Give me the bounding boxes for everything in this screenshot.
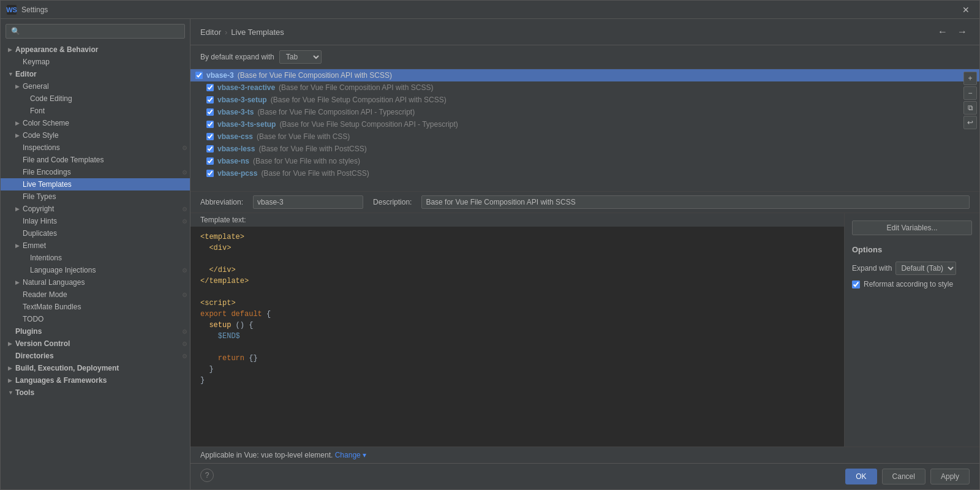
template-desc-8: (Base for Vue File with PostCSS) xyxy=(261,169,369,178)
sidebar-item-emmet[interactable]: ▶ Emmet xyxy=(1,239,190,252)
window-title: Settings xyxy=(21,6,959,14)
sidebar-item-copyright[interactable]: ▶ Copyright ⚙ xyxy=(1,203,190,215)
template-item-8[interactable]: vbase-pcss (Base for Vue File with PostC… xyxy=(190,167,979,179)
sidebar-item-inspections[interactable]: Inspections ⚙ xyxy=(1,141,190,154)
sidebar-item-tools[interactable]: ▼ Tools xyxy=(1,386,190,399)
undo-template-button[interactable]: ↩ xyxy=(963,116,977,129)
sidebar-item-natural-languages[interactable]: ▶ Natural Languages xyxy=(1,276,190,288)
template-item-4[interactable]: vbase-3-ts-setup (Base for Vue File Setu… xyxy=(190,118,979,130)
template-checkbox-5[interactable] xyxy=(206,133,214,140)
arrow-icon: ▶ xyxy=(8,377,15,383)
help-button[interactable]: ? xyxy=(200,469,214,482)
sidebar-item-general[interactable]: ▶ General xyxy=(1,80,190,92)
ok-button[interactable]: OK xyxy=(845,469,876,484)
reformat-checkbox[interactable] xyxy=(852,281,860,288)
code-line-3: </div> xyxy=(200,265,834,276)
template-text-label: Template text: xyxy=(190,213,844,227)
sidebar-item-color-scheme[interactable]: ▶ Color Scheme xyxy=(1,117,190,129)
description-label: Description: xyxy=(373,198,412,206)
template-item-3[interactable]: vbase-3-ts (Base for Vue File Compositio… xyxy=(190,106,979,118)
sidebar-item-duplicates[interactable]: Duplicates xyxy=(1,227,190,239)
add-template-button[interactable]: + xyxy=(963,72,977,85)
code-line-7: export default { xyxy=(200,309,834,320)
template-checkbox-0[interactable] xyxy=(195,72,203,79)
sidebar-item-label: Directories xyxy=(15,352,54,360)
sidebar-item-editor[interactable]: ▼ Editor xyxy=(1,68,190,80)
sidebar-item-code-style[interactable]: ▶ Code Style xyxy=(1,129,190,141)
template-item-7[interactable]: vbase-ns (Base for Vue File with no styl… xyxy=(190,155,979,167)
sidebar-item-directories[interactable]: Directories ⚙ xyxy=(1,350,190,362)
code-editor[interactable]: <template> <div> </div> </template> <scr… xyxy=(190,227,844,447)
sidebar-item-label: Build, Execution, Deployment xyxy=(15,364,119,372)
sidebar-item-label: Tools xyxy=(15,388,34,397)
gear-icon: ⚙ xyxy=(182,206,187,213)
expand-with-option-select[interactable]: Default (Tab) Tab Enter Space xyxy=(895,262,956,275)
sidebar-item-inlay-hints[interactable]: Inlay Hints ⚙ xyxy=(1,215,190,227)
template-desc-0: (Base for Vue File Composition API with … xyxy=(238,71,392,80)
sidebar-item-label: Intentions xyxy=(30,254,62,262)
apply-button[interactable]: Apply xyxy=(930,469,970,484)
breadcrumb-separator: › xyxy=(225,28,227,37)
forward-button[interactable]: → xyxy=(955,25,970,39)
app-icon: WS xyxy=(7,5,17,15)
sidebar-item-file-encodings[interactable]: File Encodings ⚙ xyxy=(1,166,190,178)
footer: ? OK Cancel Apply xyxy=(190,463,979,489)
arrow-icon: ▶ xyxy=(15,243,23,249)
sidebar-item-build-exec-deploy[interactable]: ▶ Build, Execution, Deployment xyxy=(1,362,190,374)
expand-with-row: Expand with Default (Tab) Tab Enter Spac… xyxy=(852,262,972,275)
sidebar-item-file-types[interactable]: File Types xyxy=(1,190,190,203)
template-list: vbase-3 (Base for Vue File Composition A… xyxy=(190,69,979,192)
sidebar-item-appearance[interactable]: ▶ Appearance & Behavior xyxy=(1,43,190,56)
code-line-8: setup () { xyxy=(200,320,834,331)
sidebar-item-version-control[interactable]: ▶ Version Control ⚙ xyxy=(1,337,190,350)
sidebar-item-textmate-bundles[interactable]: TextMate Bundles xyxy=(1,301,190,313)
search-input[interactable] xyxy=(6,24,185,39)
template-checkbox-4[interactable] xyxy=(206,121,214,128)
sidebar-item-file-code-templates[interactable]: File and Code Templates xyxy=(1,154,190,166)
sidebar-item-label: Editor xyxy=(15,70,37,78)
options-title: Options xyxy=(852,245,972,254)
sidebar-item-code-editing[interactable]: Code Editing xyxy=(1,92,190,105)
code-line-9: $END$ xyxy=(200,331,834,342)
template-item-6[interactable]: vbase-less (Base for Vue File with PostC… xyxy=(190,143,979,155)
sidebar-item-label: Color Scheme xyxy=(23,119,69,127)
breadcrumb-current: Live Templates xyxy=(231,28,284,37)
template-item-0[interactable]: vbase-3 (Base for Vue File Composition A… xyxy=(190,69,979,81)
template-name-3: vbase-3-ts xyxy=(217,108,254,116)
description-input[interactable] xyxy=(421,195,970,209)
sidebar-item-live-templates[interactable]: Live Templates xyxy=(1,178,190,190)
copy-template-button[interactable]: ⧉ xyxy=(963,101,977,115)
close-button[interactable]: ✕ xyxy=(959,4,973,16)
sidebar-item-label: Copyright xyxy=(23,205,54,213)
breadcrumb-parent[interactable]: Editor xyxy=(200,28,221,37)
back-button[interactable]: ← xyxy=(935,25,950,39)
code-line-10 xyxy=(200,342,834,353)
template-item-1[interactable]: vbase-3-reactive (Base for Vue File Comp… xyxy=(190,81,979,94)
edit-variables-button[interactable]: Edit Variables... xyxy=(852,221,972,235)
sidebar-item-label: Inlay Hints xyxy=(23,217,57,225)
abbreviation-input[interactable] xyxy=(253,195,363,209)
expand-with-select[interactable]: Tab Enter Space xyxy=(279,50,322,64)
template-item-2[interactable]: vbase-3-setup (Base for Vue File Setup C… xyxy=(190,94,979,106)
template-checkbox-7[interactable] xyxy=(206,157,214,165)
template-checkbox-8[interactable] xyxy=(206,170,214,177)
template-item-5[interactable]: vbase-css (Base for Vue File with CSS) xyxy=(190,130,979,143)
remove-template-button[interactable]: − xyxy=(963,86,977,100)
sidebar-item-label: Keymap xyxy=(23,58,50,66)
sidebar-item-font[interactable]: Font xyxy=(1,105,190,117)
sidebar-item-todo[interactable]: TODO xyxy=(1,313,190,325)
template-checkbox-3[interactable] xyxy=(206,108,214,116)
sidebar-item-languages-frameworks[interactable]: ▶ Languages & Frameworks xyxy=(1,374,190,386)
code-line-12: } xyxy=(200,364,834,375)
sidebar-item-keymap[interactable]: Keymap xyxy=(1,56,190,68)
template-checkbox-2[interactable] xyxy=(206,96,214,104)
sidebar-item-reader-mode[interactable]: Reader Mode ⚙ xyxy=(1,288,190,301)
change-link[interactable]: Change ▾ xyxy=(335,451,366,459)
template-desc-3: (Base for Vue File Composition API - Typ… xyxy=(257,108,415,116)
template-checkbox-6[interactable] xyxy=(206,145,214,153)
sidebar-item-plugins[interactable]: Plugins ⚙ xyxy=(1,325,190,337)
sidebar-item-language-injections[interactable]: Language Injections ⚙ xyxy=(1,264,190,276)
template-checkbox-1[interactable] xyxy=(206,84,214,91)
sidebar-item-intentions[interactable]: Intentions xyxy=(1,252,190,264)
cancel-button[interactable]: Cancel xyxy=(882,469,925,484)
